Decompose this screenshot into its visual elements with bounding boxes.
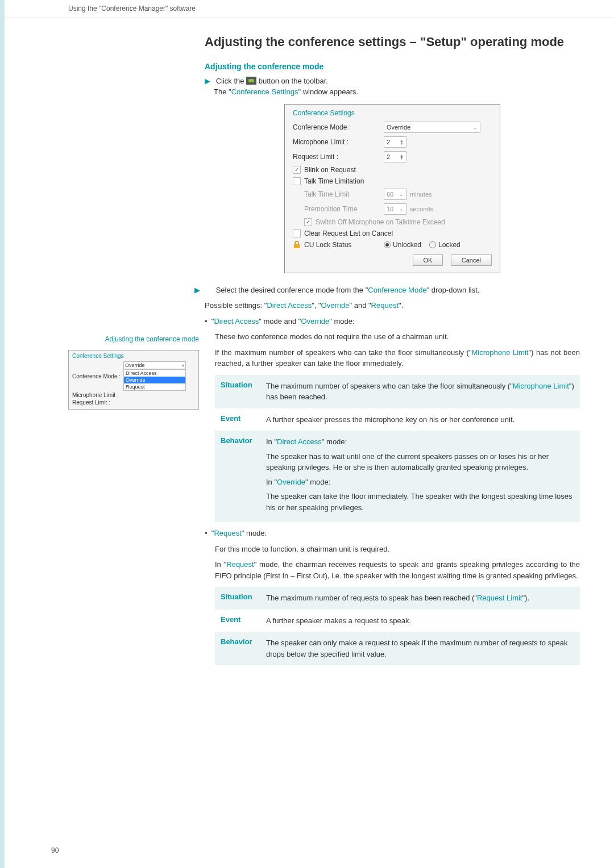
sidebar-confmode-list[interactable]: Direct Access Override Request bbox=[123, 369, 186, 391]
rq-l2: In "Request" mode, the chairman receives… bbox=[215, 559, 580, 581]
confmode-value: Override bbox=[387, 124, 410, 131]
t1-be-h: Behavior bbox=[215, 431, 266, 522]
sidebar-confmode-label: Conference Mode : bbox=[72, 373, 123, 379]
t2-be-h: Behavior bbox=[215, 632, 266, 665]
t: The speaker can take the floor immediate… bbox=[266, 491, 574, 513]
chevron-down-icon: ⌄ bbox=[399, 191, 404, 197]
step2-b: " window appears. bbox=[298, 87, 358, 96]
step1-text-a: Click the bbox=[216, 77, 246, 85]
sidebar-opt-override[interactable]: Override bbox=[124, 377, 185, 383]
line3: If the maximum number of speakers who ca… bbox=[215, 347, 580, 369]
t: Microphone Limit bbox=[472, 348, 529, 357]
switchoff-checkbox[interactable]: ✓ bbox=[304, 218, 312, 226]
breadcrumb: Using the "Conference Manager" software bbox=[68, 5, 196, 12]
t: Direct Access bbox=[277, 437, 322, 446]
t: ", " bbox=[312, 301, 321, 310]
t: The maximum number of requests to speak … bbox=[266, 594, 477, 602]
t: Override bbox=[277, 478, 305, 486]
miclimit-spinner[interactable]: 2 ▲▼ bbox=[384, 136, 406, 148]
table-2: Situation The maximum number of requests… bbox=[215, 587, 580, 665]
unlocked-radio[interactable] bbox=[384, 241, 391, 248]
locked-label: Locked bbox=[438, 241, 460, 249]
t1-ev: A further speaker presses the microphone… bbox=[266, 408, 580, 431]
confmode-label: Conference Mode : bbox=[293, 123, 384, 131]
prem-unit: seconds bbox=[410, 206, 433, 212]
t: " mode: bbox=[242, 529, 267, 537]
possible-settings: Possible settings: "Direct Access", "Ove… bbox=[205, 300, 580, 311]
toolbar-button-icon bbox=[246, 77, 256, 85]
t1-sit-h: Situation bbox=[215, 375, 266, 408]
page-title: Adjusting the conference settings – "Set… bbox=[205, 34, 580, 51]
reqlimit-spinner[interactable]: 2 ▲▼ bbox=[384, 151, 406, 162]
spinner-arrows-icon: ▲▼ bbox=[400, 139, 404, 145]
t: Request bbox=[226, 560, 254, 569]
confmode-combo[interactable]: Override ⌄ bbox=[384, 122, 480, 133]
blink-label: Blink on Request bbox=[304, 166, 356, 174]
prem-value: 10 bbox=[387, 206, 393, 212]
chevron-down-icon: ⌄ bbox=[399, 206, 404, 212]
step-result: The "Conference Settings" window appears… bbox=[205, 87, 580, 96]
step2-link: Conference Settings bbox=[231, 87, 298, 96]
t: If the maximum number of speakers who ca… bbox=[215, 348, 472, 357]
step1-text-b: button on the toolbar. bbox=[259, 77, 328, 85]
t: " mode and " bbox=[259, 317, 301, 326]
body-text: ▶ Select the desired conference mode fro… bbox=[205, 285, 580, 666]
reqlimit-label: Request Limit : bbox=[293, 153, 384, 161]
section-heading: Adjusting the conference mode bbox=[205, 62, 580, 71]
blink-checkbox[interactable]: ✓ bbox=[293, 166, 301, 174]
rq-l1: For this mode to function, a chairman un… bbox=[215, 544, 580, 555]
t2-ev: A further speaker makes a request to spe… bbox=[266, 610, 580, 632]
bullet-da-ov: • "Direct Access" mode and "Override" mo… bbox=[205, 316, 580, 327]
t: In " bbox=[266, 437, 277, 446]
t: Request bbox=[371, 301, 399, 310]
lock-icon bbox=[293, 241, 301, 249]
t1-be: In "Direct Access" mode: The speaker has… bbox=[266, 431, 580, 522]
page-number: 90 bbox=[51, 846, 59, 854]
sidebar-miclimit-label: Microphone Limit : bbox=[72, 392, 123, 398]
t: Direct Access bbox=[267, 301, 312, 310]
ttl-spinner[interactable]: 60 ⌄ bbox=[384, 189, 406, 200]
t: In " bbox=[215, 560, 226, 569]
prem-spinner[interactable]: 10 ⌄ bbox=[384, 203, 406, 215]
t: " mode: bbox=[329, 317, 354, 326]
ok-button[interactable]: OK bbox=[413, 254, 443, 266]
step2-a: The " bbox=[214, 87, 231, 96]
reqlimit-value: 2 bbox=[387, 153, 390, 160]
t: Possible settings: " bbox=[205, 301, 267, 310]
switchoff-label: Switch Off Microphone on Talktime Exceed bbox=[316, 218, 445, 226]
t: Override bbox=[321, 301, 350, 310]
ttl-limit-label: Talk Time Limit bbox=[304, 190, 384, 198]
select-step: ▶ Select the desired conference mode fro… bbox=[205, 285, 580, 296]
step-click: ▶ Click the button on the toolbar. bbox=[205, 77, 580, 85]
t2-ev-h: Event bbox=[215, 610, 266, 632]
sidebar-opt-request[interactable]: Request bbox=[124, 383, 185, 390]
sidebar-reqlimit-label: Request Limit : bbox=[72, 399, 123, 406]
miclimit-label: Microphone Limit : bbox=[293, 138, 384, 146]
clear-checkbox[interactable] bbox=[293, 229, 301, 237]
t: Direct Access bbox=[214, 317, 259, 326]
ttl-label: Talk Time Limitation bbox=[304, 177, 364, 185]
sidebar: Adjusting the conference mode Conference… bbox=[68, 335, 199, 410]
t: Request bbox=[214, 529, 241, 537]
sidebar-opt-direct[interactable]: Direct Access bbox=[124, 370, 185, 377]
chevron-down-icon: ⌄ bbox=[473, 124, 478, 130]
sidebar-dialog: Conference Settings Conference Mode : Ov… bbox=[68, 350, 199, 410]
cancel-button[interactable]: Cancel bbox=[451, 254, 492, 266]
sidebar-confmode-combo[interactable]: Override ▾ bbox=[123, 361, 186, 369]
t2-be: The speaker can only make a request to s… bbox=[266, 632, 580, 665]
ttl-checkbox[interactable] bbox=[293, 177, 301, 185]
bullet-request: • "Request" mode: bbox=[205, 528, 580, 539]
top-bar: Using the "Conference Manager" software bbox=[0, 0, 614, 18]
t: " mode: bbox=[305, 478, 330, 486]
locked-radio[interactable] bbox=[429, 241, 436, 248]
unlocked-label: Unlocked bbox=[393, 241, 421, 249]
page-content: Adjusting the conference mode Conference… bbox=[68, 34, 580, 671]
left-strip bbox=[0, 0, 5, 868]
sidebar-confmode-val: Override bbox=[125, 362, 145, 368]
t: Request Limit bbox=[477, 594, 522, 602]
t: Override bbox=[301, 317, 329, 326]
t2-sit: The maximum number of requests to speak … bbox=[266, 587, 580, 610]
t1-sit: The maximum number of speakers who can t… bbox=[266, 375, 580, 408]
t: " mode: bbox=[322, 437, 347, 446]
line2: These two conference modes do not requir… bbox=[215, 331, 580, 343]
